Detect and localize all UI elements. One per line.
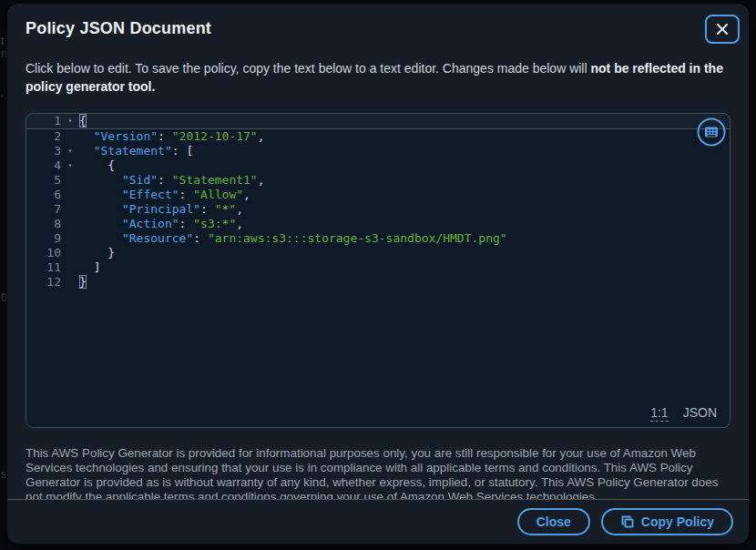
cursor-position[interactable]: 1:1 bbox=[650, 405, 668, 422]
close-icon-button[interactable] bbox=[705, 15, 740, 44]
fold-spacer bbox=[61, 188, 79, 202]
language-label: JSON bbox=[683, 405, 717, 420]
disclaimer-container: This AWS Policy Generator is provided fo… bbox=[26, 446, 730, 499]
code-text: "Sid": "Statement1", bbox=[79, 173, 265, 188]
code-text: } bbox=[79, 275, 87, 290]
line-number: 12 bbox=[26, 275, 61, 290]
fold-spacer bbox=[61, 246, 79, 260]
keyboard-icon bbox=[697, 117, 726, 147]
fold-spacer bbox=[61, 260, 79, 275]
line-number: 9 bbox=[26, 231, 61, 246]
line-number: 8 bbox=[26, 217, 61, 231]
code-text: "Statement": [ bbox=[79, 144, 193, 158]
code-line[interactable]: 8 "Action": "s3:*", bbox=[26, 217, 730, 231]
fold-toggle-icon[interactable]: ▾ bbox=[61, 144, 79, 158]
close-button[interactable]: Close bbox=[517, 508, 590, 535]
line-number: 4 bbox=[26, 158, 61, 173]
fold-spacer bbox=[61, 129, 79, 144]
fold-spacer bbox=[61, 275, 79, 290]
copy-icon bbox=[620, 514, 635, 529]
background-text-fragment: 0 bbox=[1, 291, 7, 304]
code-line[interactable]: 1▾{ bbox=[26, 114, 730, 129]
code-text: "Version": "2012-10-17", bbox=[79, 129, 265, 144]
code-line[interactable]: 10 } bbox=[26, 246, 730, 260]
line-number: 2 bbox=[26, 129, 61, 144]
screen: tna.0s Policy JSON Document Click below … bbox=[0, 0, 756, 550]
line-number: 3 bbox=[26, 144, 61, 158]
code-text: } bbox=[79, 246, 115, 260]
code-text: ] bbox=[79, 260, 100, 275]
code-line[interactable]: 5 "Sid": "Statement1", bbox=[26, 173, 730, 188]
disclaimer-text: This AWS Policy Generator is provided fo… bbox=[26, 446, 730, 499]
close-icon bbox=[715, 22, 730, 36]
page-backdrop: tna.0s bbox=[0, 0, 7, 550]
line-number: 6 bbox=[26, 188, 61, 202]
fold-spacer bbox=[61, 231, 79, 246]
code-line[interactable]: 9 "Resource": "arn:aws:s3:::storage-s3-s… bbox=[26, 231, 730, 246]
code-line[interactable]: 3▾ "Statement": [ bbox=[26, 144, 730, 158]
fold-spacer bbox=[61, 173, 79, 188]
background-text-fragment: s bbox=[1, 468, 6, 481]
code-line[interactable]: 4▾ { bbox=[26, 158, 730, 173]
modal-instruction: Click below to edit. To save the policy,… bbox=[26, 59, 730, 96]
copy-policy-button[interactable]: Copy Policy bbox=[601, 508, 733, 535]
code-text: { bbox=[79, 158, 115, 173]
line-number: 7 bbox=[26, 202, 61, 217]
code-editor[interactable]: 1▾{2 "Version": "2012-10-17",3▾ "Stateme… bbox=[26, 113, 730, 428]
fold-toggle-icon[interactable]: ▾ bbox=[61, 158, 79, 173]
fold-toggle-icon[interactable]: ▾ bbox=[61, 114, 79, 128]
code-line[interactable]: 7 "Principal": "*", bbox=[26, 202, 730, 217]
background-text-fragment: t bbox=[1, 35, 4, 47]
code-line[interactable]: 2 "Version": "2012-10-17", bbox=[26, 129, 730, 144]
code-text: "Action": "s3:*", bbox=[79, 217, 243, 231]
line-number: 10 bbox=[26, 246, 61, 260]
code-line[interactable]: 11 ] bbox=[26, 260, 730, 275]
background-text-fragment: . bbox=[1, 87, 4, 99]
modal-footer: Close Copy Policy bbox=[7, 499, 749, 544]
line-number: 11 bbox=[26, 260, 61, 275]
code-text: "Effect": "Allow", bbox=[79, 188, 250, 202]
code-line[interactable]: 12} bbox=[26, 275, 730, 290]
line-number: 1 bbox=[26, 114, 61, 128]
fold-spacer bbox=[61, 202, 79, 217]
policy-json-modal: Policy JSON Document Click below to edit… bbox=[7, 4, 749, 544]
background-text-fragment: na bbox=[1, 47, 7, 60]
code-text: "Resource": "arn:aws:s3:::storage-s3-san… bbox=[79, 231, 507, 246]
code-text: { bbox=[79, 114, 87, 128]
fold-spacer bbox=[61, 217, 79, 231]
code-text: "Principal": "*", bbox=[79, 202, 243, 217]
code-line[interactable]: 6 "Effect": "Allow", bbox=[26, 188, 730, 202]
line-number: 5 bbox=[26, 173, 61, 188]
modal-title: Policy JSON Document bbox=[26, 19, 211, 38]
editor-status-bar: 1:1 JSON bbox=[650, 405, 717, 422]
